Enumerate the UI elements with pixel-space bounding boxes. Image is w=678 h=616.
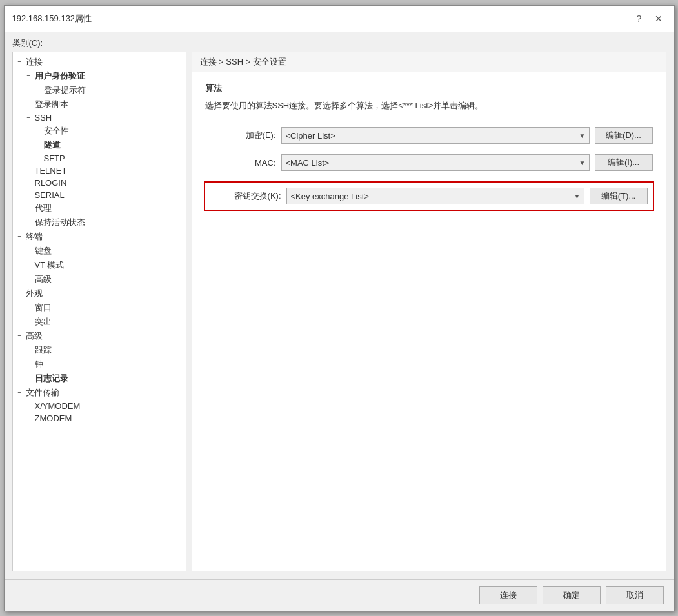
tree-item-highlight[interactable]: 突出 <box>13 315 186 329</box>
tree-label-terminal: 终端 <box>26 231 43 243</box>
tree-label-clock: 钟 <box>35 359 43 370</box>
tree-label-sftp: SFTP <box>44 154 65 163</box>
encryption-edit-button[interactable]: 编辑(D)... <box>595 127 653 144</box>
dialog-body: −连接−用户身份验证登录提示符登录脚本−SSH安全性隧道SFTPTELNETRL… <box>5 52 674 579</box>
tree-item-xymodem[interactable]: X/YMODEM <box>13 400 186 412</box>
tree-item-tunnel[interactable]: 隧道 <box>13 138 186 152</box>
breadcrumb: 连接 > SSH > 安全设置 <box>192 52 666 72</box>
tree-item-auth[interactable]: −用户身份验证 <box>13 69 186 83</box>
right-panel: 连接 > SSH > 安全设置 算法 选择要使用的算法SSH连接。要选择多个算法… <box>192 52 666 571</box>
tree-expander-auth: − <box>25 72 34 79</box>
tree-label-login-script: 登录脚本 <box>35 99 68 110</box>
tree-label-appearance: 外观 <box>26 288 43 299</box>
tree-expander-advanced2: − <box>15 332 25 339</box>
content-area: 算法 选择要使用的算法SSH连接。要选择多个算法，选择<*** List>并单击… <box>192 72 666 571</box>
keyexchange-select[interactable]: <Key exchange List> <box>286 188 584 204</box>
tree-item-ssh[interactable]: −SSH <box>13 112 186 124</box>
section-desc: 选择要使用的算法SSH连接。要选择多个算法，选择<*** List>并单击编辑。 <box>205 99 653 112</box>
window-title: 192.168.159.132属性 <box>12 13 92 25</box>
tree-item-login-script[interactable]: 登录脚本 <box>13 97 186 112</box>
tree-label-xymodem: X/YMODEM <box>35 401 81 411</box>
mac-edit-button[interactable]: 编辑(I)... <box>595 154 653 171</box>
help-button[interactable]: ? <box>632 11 647 26</box>
tree-item-connection[interactable]: −连接 <box>13 55 186 69</box>
tree-label-connection: 连接 <box>26 56 43 68</box>
tree-item-telnet[interactable]: TELNET <box>13 164 186 177</box>
tree-item-appearance[interactable]: −外观 <box>13 286 186 301</box>
tree-item-terminal[interactable]: −终端 <box>13 230 186 244</box>
tree-item-advanced2[interactable]: −高级 <box>13 329 186 343</box>
keyexchange-label: 密钥交换(K): <box>210 190 281 202</box>
tree-label-advanced2: 高级 <box>26 330 43 342</box>
tree-item-trace[interactable]: 跟踪 <box>13 343 186 357</box>
tree-expander-ssh: − <box>25 114 34 121</box>
keyexchange-edit-button[interactable]: 编辑(T)... <box>590 188 648 204</box>
tree-item-file-transfer[interactable]: −文件传输 <box>13 386 186 400</box>
tree-label-log: 日志记录 <box>35 373 68 384</box>
tree-label-keyboard: 键盘 <box>35 245 52 257</box>
tree-expander-appearance: − <box>15 290 25 297</box>
tree-item-zmodem[interactable]: ZMODEM <box>13 412 186 424</box>
connect-button[interactable]: 连接 <box>479 586 537 604</box>
close-button[interactable]: ✕ <box>651 11 666 26</box>
tree-label-telnet: TELNET <box>35 166 67 175</box>
dialog-footer: 连接 确定 取消 <box>5 579 674 611</box>
tree-item-security[interactable]: 安全性 <box>13 124 186 138</box>
tree-panel: −连接−用户身份验证登录提示符登录脚本−SSH安全性隧道SFTPTELNETRL… <box>12 52 186 571</box>
tree-item-advanced[interactable]: 高级 <box>13 272 186 286</box>
tree-expander-terminal: − <box>15 233 25 240</box>
tree-label-tunnel: 隧道 <box>44 139 61 151</box>
tree-item-sftp[interactable]: SFTP <box>13 152 186 164</box>
encryption-select-wrapper: <Cipher List> ▼ <box>281 127 590 144</box>
tree-item-login-prompt[interactable]: 登录提示符 <box>13 83 186 97</box>
cancel-button[interactable]: 取消 <box>606 586 664 604</box>
tree-expander-file-transfer: − <box>15 389 25 396</box>
tree-item-window[interactable]: 窗口 <box>13 301 186 315</box>
tree-label-keepalive: 保持活动状态 <box>35 217 85 228</box>
tree-label-ssh: SSH <box>35 113 52 123</box>
tree-item-keyboard[interactable]: 键盘 <box>13 244 186 258</box>
tree-item-serial[interactable]: SERIAL <box>13 189 186 201</box>
tree-label-file-transfer: 文件传输 <box>26 387 59 399</box>
encryption-row: 加密(E): <Cipher List> ▼ 编辑(D)... <box>205 127 653 144</box>
tree-label-trace: 跟踪 <box>35 344 52 356</box>
encryption-label: 加密(E): <box>205 130 276 141</box>
main-dialog: 192.168.159.132属性 ? ✕ 类别(C): −连接−用户身份验证登… <box>4 5 675 611</box>
mac-select-wrapper: <MAC List> ▼ <box>281 154 590 171</box>
tree-label-auth: 用户身份验证 <box>35 70 85 82</box>
tree-item-proxy[interactable]: 代理 <box>13 201 186 215</box>
mac-label: MAC: <box>205 158 276 168</box>
tree-item-keepalive[interactable]: 保持活动状态 <box>13 215 186 230</box>
tree-item-rlogin[interactable]: RLOGIN <box>13 177 186 189</box>
keyexchange-select-wrapper: <Key exchange List> ▼ <box>286 188 584 204</box>
tree-label-window: 窗口 <box>35 302 52 313</box>
mac-select[interactable]: <MAC List> <box>281 154 590 171</box>
tree-label-rlogin: RLOGIN <box>35 178 67 188</box>
title-bar-controls: ? ✕ <box>632 11 666 26</box>
tree-label-proxy: 代理 <box>35 203 52 214</box>
tree-label-advanced: 高级 <box>35 273 52 285</box>
tree-item-vt-mode[interactable]: VT 模式 <box>13 258 186 272</box>
tree-label-security: 安全性 <box>44 125 69 137</box>
tree-item-clock[interactable]: 钟 <box>13 357 186 372</box>
category-label: 类别(C): <box>5 32 674 52</box>
ok-button[interactable]: 确定 <box>543 586 601 604</box>
tree-label-login-prompt: 登录提示符 <box>44 84 86 96</box>
encryption-select[interactable]: <Cipher List> <box>281 127 590 144</box>
tree-label-vt-mode: VT 模式 <box>35 259 65 271</box>
tree-expander-connection: − <box>15 58 25 65</box>
title-bar: 192.168.159.132属性 ? ✕ <box>5 6 674 32</box>
tree-label-serial: SERIAL <box>35 190 65 200</box>
tree-label-zmodem: ZMODEM <box>35 413 72 423</box>
tree-item-log[interactable]: 日志记录 <box>13 372 186 386</box>
tree-label-highlight: 突出 <box>35 316 52 328</box>
keyexchange-row: 密钥交换(K): <Key exchange List> ▼ 编辑(T)... <box>204 181 654 211</box>
section-title: 算法 <box>205 83 653 94</box>
mac-row: MAC: <MAC List> ▼ 编辑(I)... <box>205 154 653 171</box>
